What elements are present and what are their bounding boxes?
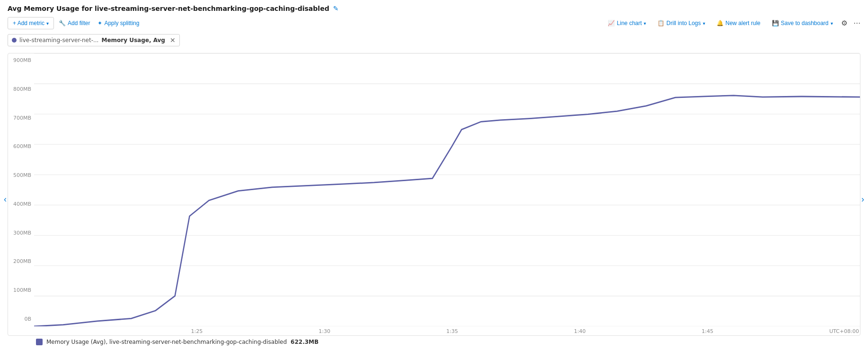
chart-container: ‹ › 900MB 800MB 700MB 600MB 500MB 400MB …: [8, 53, 860, 345]
y-label-700: 700MB: [13, 115, 31, 121]
legend-label: Memory Usage (Avg), live-streaming-serve…: [46, 339, 287, 345]
drill-into-logs-button[interactable]: 📋 Drill into Logs ▾: [655, 18, 708, 29]
save-icon: 💾: [772, 20, 779, 26]
legend-row: Memory Usage (Avg), live-streaming-serve…: [8, 339, 860, 345]
more-icon[interactable]: ⋯: [853, 19, 860, 27]
toolbar: + Add metric ▾ 🔧 Add filter ✦ Apply spli…: [8, 17, 860, 29]
chart-line: [34, 96, 860, 326]
x-label-140: 1:40: [574, 328, 586, 334]
splitting-icon: ✦: [97, 20, 102, 26]
metric-tag-close-button[interactable]: ✕: [170, 36, 176, 44]
y-label-100: 100MB: [13, 287, 31, 293]
metric-tag-metric: Memory Usage, Avg: [101, 37, 165, 44]
alert-icon: 🔔: [717, 20, 724, 26]
line-chart-button[interactable]: 📈 Line chart ▾: [605, 18, 649, 29]
metric-tag: live-streaming-server-net-... Memory Usa…: [8, 34, 180, 46]
apply-splitting-button[interactable]: ✦ Apply splitting: [95, 18, 142, 29]
toolbar-left: + Add metric ▾ 🔧 Add filter ✦ Apply spli…: [8, 17, 142, 29]
new-alert-rule-button[interactable]: 🔔 New alert rule: [714, 18, 763, 29]
x-label-130: 1:30: [319, 328, 330, 334]
legend-color-box: [36, 339, 43, 345]
chart-svg: [34, 53, 860, 326]
x-label-125: 1:25: [191, 328, 203, 334]
title-row: Avg Memory Usage for live-streaming-serv…: [8, 5, 860, 12]
page-title: Avg Memory Usage for live-streaming-serv…: [8, 5, 329, 12]
y-label-600: 600MB: [13, 143, 31, 149]
legend-value: 622.3MB: [291, 339, 319, 345]
add-metric-label: + Add metric: [13, 20, 44, 26]
new-alert-rule-label: New alert rule: [726, 20, 761, 26]
apply-splitting-label: Apply splitting: [104, 20, 139, 26]
chart-box: 900MB 800MB 700MB 600MB 500MB 400MB 300M…: [8, 53, 860, 336]
chart-nav-right[interactable]: ›: [861, 194, 864, 204]
page: Avg Memory Usage for live-streaming-serv…: [0, 0, 868, 350]
x-label-utc: UTC+08:00: [829, 328, 859, 334]
drill-logs-chevron: ▾: [703, 21, 705, 26]
x-label-135: 1:35: [446, 328, 458, 334]
chart-nav-left[interactable]: ‹: [4, 194, 7, 204]
y-label-200: 200MB: [13, 258, 31, 264]
y-label-300: 300MB: [13, 230, 31, 236]
save-to-dashboard-label: Save to dashboard: [781, 20, 829, 26]
save-dashboard-chevron: ▾: [831, 21, 833, 26]
line-chart-chevron: ▾: [644, 21, 646, 26]
metric-tag-name: live-streaming-server-net-...: [19, 37, 98, 44]
drill-into-logs-label: Drill into Logs: [666, 20, 701, 26]
add-metric-button[interactable]: + Add metric ▾: [8, 17, 54, 29]
x-axis: 1:25 1:30 1:35 1:40 1:45 UTC+08:00: [34, 326, 860, 335]
toolbar-right: 📈 Line chart ▾ 📋 Drill into Logs ▾ 🔔 New…: [605, 18, 860, 29]
edit-icon[interactable]: ✎: [333, 5, 339, 12]
y-label-500: 500MB: [13, 172, 31, 178]
line-chart-label: Line chart: [617, 20, 642, 26]
y-axis: 900MB 800MB 700MB 600MB 500MB 400MB 300M…: [8, 53, 34, 335]
y-label-400: 400MB: [13, 201, 31, 207]
drill-icon: 📋: [657, 20, 664, 26]
x-label-145: 1:45: [701, 328, 713, 334]
add-metric-chevron: ▾: [46, 21, 49, 26]
metric-tag-dot: [12, 38, 17, 43]
line-chart-icon: 📈: [608, 20, 615, 26]
add-filter-button[interactable]: 🔧 Add filter: [56, 18, 93, 29]
add-filter-label: Add filter: [68, 20, 90, 26]
y-label-800: 800MB: [13, 86, 31, 92]
chart-plot-area: 1:25 1:30 1:35 1:40 1:45 UTC+08:00: [34, 53, 860, 335]
filter-icon: 🔧: [59, 20, 66, 26]
settings-icon[interactable]: ⚙: [841, 19, 848, 27]
y-label-900: 900MB: [13, 57, 31, 63]
save-to-dashboard-button[interactable]: 💾 Save to dashboard ▾: [769, 18, 836, 29]
y-label-0: 0B: [24, 316, 31, 322]
